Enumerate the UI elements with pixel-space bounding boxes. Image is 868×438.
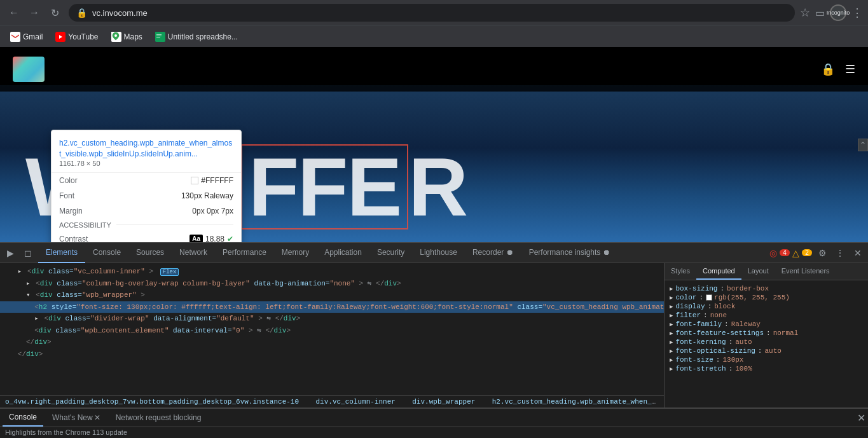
forward-button[interactable]: → xyxy=(25,4,43,22)
console-tab-console[interactable]: Console xyxy=(3,409,43,427)
maps-label: Maps xyxy=(124,32,142,41)
color-swatch xyxy=(191,177,198,184)
elements-panel: ▸ <div class="vc_column-inner" > Flex ▸ … xyxy=(0,263,665,407)
breadcrumb-item-3[interactable]: div.wpb_wrapper xyxy=(412,398,475,406)
styles-panel-tabs: Styles Computed Layout Event Listeners xyxy=(665,263,868,280)
breadcrumb-item-4[interactable]: h2.vc_custom_heading.wpb_animate_when_al… xyxy=(492,398,664,406)
tab-recorder[interactable]: Recorder ⏺ xyxy=(465,243,521,263)
html-line-5[interactable]: ▸ <div class="divider-wrap" data-alignme… xyxy=(0,313,664,325)
back-button[interactable]: ← xyxy=(5,4,23,22)
tab-elements[interactable]: Elements xyxy=(38,243,85,263)
tab-performance-insights[interactable]: Performance insights ⏺ xyxy=(521,243,618,263)
browser-frame: ← → ↻ 🔒 vc.invocom.me ☆ ▭ Incognito ⋮ Gm… xyxy=(0,0,868,438)
close-devtools-button[interactable]: ✕ xyxy=(850,245,865,261)
bookmarks-bar: Gmail YouTube Maps Untitled spreadshe... xyxy=(0,25,868,47)
html-line-1[interactable]: ▸ <div class="vc_column-inner" > Flex xyxy=(0,266,664,278)
breadcrumb-bar: o_4vw.right_padding_desktop_7vw.bottom_p… xyxy=(0,395,664,407)
html-line-8[interactable]: </div> xyxy=(0,348,664,360)
triangle-font-size[interactable] xyxy=(670,356,673,364)
gmail-icon xyxy=(10,32,20,42)
reload-button[interactable]: ↻ xyxy=(46,4,64,22)
scroll-up-button[interactable]: ⌃ xyxy=(858,139,868,151)
triangle-font-family[interactable] xyxy=(670,320,673,328)
html-line-6[interactable]: <div class="wpb_content_element" data-in… xyxy=(0,325,664,337)
html-line-2[interactable]: ▸ <div class="column-bg-overlay-wrap col… xyxy=(0,278,664,290)
styles-tab-computed[interactable]: Computed xyxy=(696,263,741,280)
settings-button[interactable]: ⚙ xyxy=(815,245,830,261)
gmail-label: Gmail xyxy=(23,32,43,41)
console-tab-network-blocking[interactable]: Network request blocking xyxy=(109,409,208,427)
styles-tab-event-listeners[interactable]: Event Listeners xyxy=(775,263,836,280)
drawer-close-button[interactable]: ✕ xyxy=(857,412,865,424)
triangle-font-feature[interactable] xyxy=(670,329,673,337)
breadcrumb-item-2[interactable]: div.vc_column-inner xyxy=(315,398,395,406)
triangle-display[interactable] xyxy=(670,303,673,310)
devtools-tabbar: ▶ ◻ Elements Console Sources Network Per… xyxy=(0,243,868,263)
console-tab-whatsnew[interactable]: What's New ✕ xyxy=(46,409,107,427)
device-toggle-button[interactable]: ◻ xyxy=(20,245,36,261)
bookmark-maps[interactable]: Maps xyxy=(106,29,148,44)
devtools-main: ▸ <div class="vc_column-inner" > Flex ▸ … xyxy=(0,263,868,407)
style-row-font-optical: font-optical-sizing : auto xyxy=(665,346,868,355)
star-icon[interactable]: ☆ xyxy=(800,6,810,20)
contrast-badge: Aa xyxy=(189,235,203,242)
triangle-color[interactable] xyxy=(670,294,673,301)
tooltip-color-row: Color #FFFFFF xyxy=(52,173,241,188)
tab-console[interactable]: Console xyxy=(85,243,128,263)
youtube-label: YouTube xyxy=(68,32,98,41)
font-label: Font xyxy=(59,191,74,200)
tab-performance[interactable]: Performance xyxy=(215,243,274,263)
styles-tab-layout[interactable]: Layout xyxy=(741,263,775,280)
tooltip-header: h2.vc_custom_heading.wpb_animate_when_al… xyxy=(52,135,241,173)
triangle-font-kerning[interactable] xyxy=(670,338,673,346)
tab-memory[interactable]: Memory xyxy=(274,243,317,263)
tooltip-font-row: Font 130px Raleway xyxy=(52,188,241,203)
console-update-message: Highlights from the Chrome 113 update xyxy=(0,427,868,437)
tab-security[interactable]: Security xyxy=(369,243,412,263)
address-bar[interactable]: 🔒 vc.invocom.me xyxy=(69,4,795,22)
html-line-4-highlighted[interactable]: <h2 style="font-size: 130px;color: #ffff… xyxy=(0,301,664,313)
triangle-box-sizing[interactable] xyxy=(670,285,673,292)
html-line-7[interactable]: </div> xyxy=(0,336,664,348)
svg-rect-8 xyxy=(156,37,160,38)
devtools-panel: ▶ ◻ Elements Console Sources Network Per… xyxy=(0,242,868,407)
triangle-filter[interactable] xyxy=(670,311,673,319)
color-value: #FFFFFF xyxy=(191,176,233,185)
html-line-3[interactable]: ▾ <div class="wpb_wrapper" > xyxy=(0,289,664,301)
inspector-button[interactable]: ▶ xyxy=(3,245,18,261)
svg-rect-0 xyxy=(11,34,19,40)
lock-header-icon: 🔒 xyxy=(821,62,835,76)
element-tooltip: h2.vc_custom_heading.wpb_animate_when_al… xyxy=(51,130,242,242)
style-row-font-size: font-size : 130px xyxy=(665,355,868,364)
triangle-font-optical[interactable] xyxy=(670,347,673,355)
bookmark-youtube[interactable]: YouTube xyxy=(50,29,103,44)
nav-buttons: ← → ↻ xyxy=(5,4,64,22)
lock-icon: 🔒 xyxy=(76,8,87,18)
warning-badge: 2 xyxy=(802,249,812,256)
style-row-filter: filter : none xyxy=(665,311,868,320)
styles-panel: Styles Computed Layout Event Listeners b… xyxy=(665,263,868,407)
margin-label: Margin xyxy=(59,207,83,216)
styles-tab-styles[interactable]: Styles xyxy=(665,263,696,280)
tooltip-margin-row: Margin 0px 0px 7px xyxy=(52,203,241,219)
tab-application[interactable]: Application xyxy=(317,243,369,263)
more-options-button[interactable]: ⋮ xyxy=(832,245,848,261)
tab-lighthouse[interactable]: Lighthouse xyxy=(412,243,465,263)
error-badge: 4 xyxy=(780,249,790,256)
margin-value: 0px 0px 7px xyxy=(192,207,233,216)
tooltip-class-name: h2.vc_custom_heading.wpb_animate_when_al… xyxy=(59,138,233,160)
bookmark-gmail[interactable]: Gmail xyxy=(5,29,48,44)
bookmark-sheets[interactable]: Untitled spreadshe... xyxy=(150,29,243,44)
profile-button[interactable]: Incognito xyxy=(830,4,846,21)
menu-button[interactable]: ⋮ xyxy=(851,6,863,20)
cast-icon[interactable]: ▭ xyxy=(815,7,825,19)
devtools-left-icons: ▶ ◻ xyxy=(3,245,36,261)
tab-sources[interactable]: Sources xyxy=(128,243,172,263)
color-label: Color xyxy=(59,176,78,185)
breadcrumb-item-1[interactable]: o_4vw.right_padding_desktop_7vw.bottom_p… xyxy=(5,398,299,406)
accessibility-section: ACCESSIBILITY xyxy=(52,219,241,231)
sheets-label: Untitled spreadshe... xyxy=(168,32,238,41)
triangle-font-stretch[interactable] xyxy=(670,365,673,373)
tab-network[interactable]: Network xyxy=(172,243,215,263)
styles-content: box-sizing : border-box color : rgb(255,… xyxy=(665,280,868,377)
